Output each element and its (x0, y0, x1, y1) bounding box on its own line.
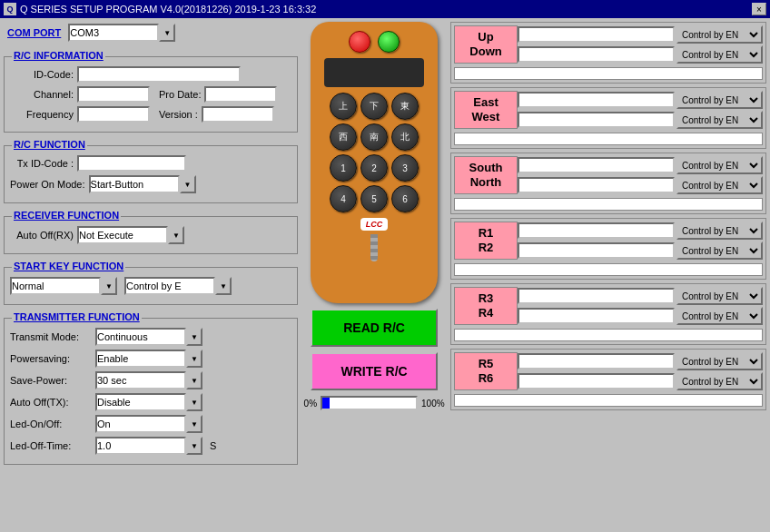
east-west-input1[interactable] (518, 92, 675, 108)
normal-combo[interactable]: ▼ (10, 277, 117, 295)
up-down-input1[interactable] (518, 26, 675, 43)
auto-off-tx-arrow[interactable]: ▼ (186, 393, 202, 411)
powersaving-input[interactable] (95, 350, 186, 368)
south-north-select1[interactable]: Control by EN (676, 156, 763, 174)
r5-r6-input2[interactable] (518, 373, 675, 389)
r1-r2-input2[interactable] (518, 242, 675, 259)
remote-key-down: 下 (360, 93, 388, 120)
led-off-time-combo[interactable]: ▼ (95, 437, 202, 455)
control-by-input[interactable] (124, 277, 215, 295)
channel-input[interactable] (77, 86, 150, 103)
id-code-label: ID-Code: (10, 69, 74, 80)
power-on-mode-combo[interactable]: ▼ (89, 175, 196, 193)
version-input[interactable] (202, 106, 274, 123)
led-off-time-input[interactable] (95, 437, 186, 455)
up-down-select2[interactable]: Control by EN (676, 45, 763, 64)
east-west-input2[interactable] (518, 112, 675, 128)
remote-red-button (349, 31, 370, 53)
transmit-mode-arrow[interactable]: ▼ (186, 328, 202, 346)
remote-key-east: 東 (391, 93, 419, 120)
led-on-off-arrow[interactable]: ▼ (186, 415, 202, 433)
save-power-arrow[interactable]: ▼ (186, 371, 202, 389)
progress-min-label: 0% (304, 399, 317, 409)
frequency-input[interactable] (77, 106, 150, 123)
powersaving-arrow[interactable]: ▼ (186, 350, 202, 368)
auto-off-tx-input[interactable] (95, 393, 186, 411)
r5-r6-select2[interactable]: Control by EN (676, 372, 763, 390)
east-west-select1[interactable]: Control by EN (676, 91, 763, 109)
r3-r4-input1[interactable] (518, 288, 675, 304)
r1-r2-select1[interactable]: Control by EN (676, 222, 763, 240)
read-rc-button[interactable]: READ R/C (311, 309, 438, 347)
east-west-label: EastWest (454, 91, 518, 129)
powersaving-combo[interactable]: ▼ (95, 350, 202, 368)
south-north-full-input[interactable] (454, 198, 763, 211)
start-key-group: START KEY FUNCTION ▼ ▼ (4, 267, 298, 305)
up-down-select1[interactable]: Control by EN (676, 25, 763, 44)
r5-r6-full-input[interactable] (454, 394, 763, 407)
close-button[interactable]: × (752, 3, 766, 15)
left-panel: COM PORT ▼ R/C INFORMATION ID-Code: Chan… (4, 22, 298, 528)
start-key-title: START KEY FUNCTION (12, 261, 125, 271)
r5-r6-select1[interactable]: Control by EN (676, 352, 763, 370)
pro-date-input[interactable] (204, 86, 277, 103)
remote-key-north: 北 (391, 123, 419, 151)
r3-r4-select2[interactable]: Control by EN (676, 307, 763, 325)
normal-input[interactable] (10, 277, 101, 295)
normal-arrow[interactable]: ▼ (101, 277, 117, 295)
power-on-mode-arrow[interactable]: ▼ (180, 175, 196, 193)
r1-r2-input1[interactable] (518, 222, 675, 239)
r3-r4-select1[interactable]: Control by EN (676, 287, 763, 305)
transmit-mode-combo[interactable]: ▼ (95, 328, 202, 346)
save-power-input[interactable] (95, 371, 186, 389)
frequency-label: Frequency (10, 109, 74, 120)
r3-r4-right: Control by EN Control by EN (518, 287, 763, 325)
remote-brand: LCC (360, 218, 389, 231)
power-on-mode-label: Power On Mode: (10, 179, 85, 190)
write-rc-button[interactable]: WRITE R/C (311, 352, 438, 390)
led-on-off-combo[interactable]: ▼ (95, 415, 202, 433)
up-down-input2[interactable] (518, 46, 675, 63)
r1-r2-select2[interactable]: Control by EN (676, 241, 763, 260)
east-west-full-input[interactable] (454, 133, 763, 145)
com-port-row: COM PORT ▼ (4, 22, 298, 44)
tx-id-code-label: Tx ID-Code : (10, 158, 74, 169)
rc-function-title: R/C FUNCTION (12, 139, 87, 150)
auto-off-rx-arrow[interactable]: ▼ (168, 226, 184, 244)
south-north-input2[interactable] (518, 177, 675, 193)
auto-off-rx-input[interactable] (77, 226, 168, 244)
control-by-combo[interactable]: ▼ (124, 277, 232, 295)
middle-panel: 上 下 東 西 南 北 1 2 3 4 5 6 LCC READ R/C WRI… (301, 22, 447, 528)
auto-off-rx-combo[interactable]: ▼ (77, 226, 184, 244)
transmit-mode-label: Transmit Mode: (10, 331, 92, 342)
com-port-input[interactable] (68, 24, 159, 42)
r3-r4-full-input[interactable] (454, 329, 763, 341)
r3-r4-input2[interactable] (518, 308, 675, 324)
com-port-combo[interactable]: ▼ (68, 24, 175, 42)
save-power-combo[interactable]: ▼ (95, 371, 202, 389)
remote-key-3: 3 (391, 154, 419, 182)
south-north-select2[interactable]: Control by EN (676, 176, 763, 194)
control-by-arrow[interactable]: ▼ (215, 277, 232, 295)
led-on-off-input[interactable] (95, 415, 186, 433)
id-code-input[interactable] (77, 66, 241, 83)
r5-r6-input1[interactable] (518, 353, 675, 369)
progress-max-label: 100% (421, 399, 445, 409)
east-west-select2[interactable]: Control by EN (676, 111, 763, 129)
auto-off-tx-combo[interactable]: ▼ (95, 393, 202, 411)
app-icon: Q (4, 3, 16, 15)
south-north-control: SouthNorth Control by EN Control by EN (454, 156, 763, 194)
east-west-row2: Control by EN (518, 111, 763, 129)
remote-key-2: 2 (360, 154, 388, 182)
power-on-mode-input[interactable] (89, 175, 180, 193)
transmit-mode-input[interactable] (95, 328, 186, 346)
south-north-row1: Control by EN (518, 156, 763, 174)
r1-r2-full-input[interactable] (454, 263, 763, 276)
led-off-time-arrow[interactable]: ▼ (186, 437, 202, 455)
south-north-input1[interactable] (518, 157, 675, 173)
up-down-full-input[interactable] (454, 67, 763, 80)
east-west-row1: Control by EN (518, 91, 763, 109)
tx-id-code-input[interactable] (77, 155, 186, 172)
r1-r2-label: R1R2 (454, 222, 518, 260)
com-port-dropdown-arrow[interactable]: ▼ (159, 24, 175, 42)
